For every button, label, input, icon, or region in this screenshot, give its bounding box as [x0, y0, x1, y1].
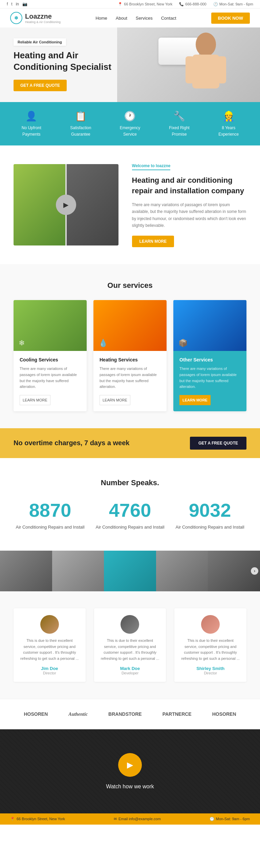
- satisfaction-icon: 📋: [56, 111, 106, 122]
- fixed-right-icon: 🔧: [155, 111, 204, 122]
- services-title: Our services: [14, 281, 246, 290]
- partner-name-4: HOSOREN: [212, 711, 236, 717]
- testimonial-name-0: Jim Doe: [20, 666, 79, 671]
- testimonial-text-1: This is due to their excellent service, …: [101, 638, 159, 662]
- testimonial-role-1: Developer: [101, 671, 159, 675]
- nav-about[interactable]: About: [116, 16, 127, 21]
- services-section: Our services ❄ Cooling Services There ar…: [0, 264, 260, 428]
- number-label-1: Air Conditioning Repairs and Install: [93, 524, 167, 531]
- get-quote-button[interactable]: GET A FREE QUOTE: [14, 80, 67, 91]
- address-info: 📍 66 Brooklyn Street, New York: [118, 2, 172, 6]
- cooling-icon: ❄: [19, 339, 25, 348]
- social-instagram[interactable]: 📷: [22, 2, 27, 6]
- social-linkedin[interactable]: in: [16, 2, 19, 6]
- testimonial-text-0: This is due to their excellent service, …: [20, 638, 79, 662]
- service-body-heating: Heating Services There are many variatio…: [93, 351, 167, 411]
- services-grid: ❄ Cooling Services There are many variat…: [14, 300, 246, 411]
- cta-banner: No overtime charges, 7 days a week GET A…: [0, 428, 260, 458]
- feature-experience-label: 8 YearsExperience: [218, 125, 239, 137]
- feature-fixed-right: 🔧 Fixed RightPromise: [155, 111, 204, 137]
- logo-name: Loazzne: [25, 13, 52, 20]
- other-learn-more-button[interactable]: LEARN MORE: [179, 395, 211, 405]
- service-text-cooling: There are many variations of passages of…: [20, 366, 81, 390]
- cta-free-quote-button[interactable]: GET A FREE QUOTE: [190, 437, 246, 450]
- service-body-other: Other Services There are many variations…: [173, 351, 246, 411]
- gallery-next-button[interactable]: ›: [251, 567, 258, 575]
- book-now-button[interactable]: BOOK NOW: [211, 13, 250, 24]
- svg-rect-2: [186, 56, 194, 83]
- logo[interactable]: ❄ Loazzne Heating & Air Conditioning: [10, 12, 61, 24]
- testimonial-name-2: Shirley Smith: [181, 666, 240, 671]
- play-button-overlay[interactable]: ▶: [56, 195, 76, 215]
- social-twitter[interactable]: t: [11, 2, 12, 6]
- testimonial-card-0: This is due to their excellent service, …: [14, 608, 86, 682]
- hero-title: Heating and Air Conditioning Specialist: [14, 50, 118, 73]
- cooling-learn-more-button[interactable]: LEARN MORE: [20, 395, 50, 405]
- heating-learn-more-button[interactable]: LEARN MORE: [100, 395, 130, 405]
- hero-content: Reliable Air Conditioning Heating and Ai…: [14, 38, 118, 91]
- heating-icon: 💧: [99, 339, 108, 348]
- testimonial-card-1: This is due to their excellent service, …: [94, 608, 166, 682]
- gallery-item-1: [0, 551, 52, 591]
- nav-services[interactable]: Services: [136, 16, 153, 21]
- number-value-2: 9032: [173, 501, 246, 520]
- feature-emergency: 🕐 EmergencyService: [105, 111, 155, 137]
- footer-address: 📍 66 Brooklyn Street, New York: [10, 817, 65, 821]
- number-item-0: 8870 Air Conditioning Repairs and Instal…: [14, 501, 87, 531]
- testimonial-role-2: Director: [181, 671, 240, 675]
- partner-name-1: Authentic: [68, 712, 88, 717]
- testimonial-text-2: This is due to their excellent service, …: [181, 638, 240, 662]
- number-label-2: Air Conditioning Repairs and Install: [173, 524, 246, 531]
- footer-email[interactable]: ✉ Email info@example.com: [114, 817, 161, 821]
- partner-3: PARTNERCE: [162, 711, 192, 717]
- number-label-0: Air Conditioning Repairs and Install: [14, 524, 87, 531]
- nav-contact[interactable]: Contact: [161, 16, 176, 21]
- about-tag: Welcome to loazzne: [132, 163, 171, 170]
- social-links[interactable]: f t in 📷: [7, 2, 27, 6]
- social-facebook[interactable]: f: [7, 2, 8, 6]
- testimonial-avatar-2: [201, 615, 220, 634]
- testimonial-avatar-1: [121, 615, 139, 634]
- nav-menu: Home About Services Contact: [95, 15, 176, 21]
- testimonial-avatar-0: [40, 615, 59, 634]
- service-body-cooling: Cooling Services There are many variatio…: [14, 351, 87, 411]
- video-play-button[interactable]: ▶: [118, 753, 142, 777]
- numbers-section: Number Speaks. 8870 Air Conditioning Rep…: [0, 458, 260, 551]
- number-value-0: 8870: [14, 501, 87, 520]
- partner-name-3: PARTNERCE: [162, 711, 192, 717]
- number-value-1: 4760: [93, 501, 167, 520]
- clock-icon: 🕐: [213, 2, 218, 6]
- testimonials-section: This is due to their excellent service, …: [0, 591, 260, 698]
- footer-location-icon: 📍: [10, 817, 15, 821]
- svg-point-0: [196, 33, 216, 56]
- partner-4: HOSOREN: [212, 711, 236, 717]
- logo-text-group: Loazzne Heating & Air Conditioning: [25, 13, 61, 24]
- emergency-icon: 🕐: [105, 111, 155, 122]
- service-title-heating: Heating Services: [100, 357, 160, 362]
- feature-no-upfront-label: No UpfrontPayments: [22, 125, 41, 137]
- contact-info: 📍 66 Brooklyn Street, New York 📞 666-888…: [118, 2, 253, 6]
- nav-home[interactable]: Home: [95, 16, 107, 21]
- phone-info[interactable]: 📞 666-888-000: [179, 2, 206, 6]
- gallery-item-2: [52, 551, 104, 591]
- hero-badge: Reliable Air Conditioning: [14, 38, 66, 46]
- phone-icon: 📞: [179, 2, 184, 6]
- hero-person: [172, 27, 240, 102]
- testimonial-name-1: Mark Doe: [101, 666, 159, 671]
- about-section: ▶ Welcome to loazzne Heating and air con…: [0, 145, 260, 264]
- service-card-cooling: ❄ Cooling Services There are many variat…: [14, 300, 87, 411]
- video-label: Watch how we work: [14, 784, 246, 790]
- numbers-title: Number Speaks.: [14, 478, 246, 487]
- svg-rect-1: [192, 55, 219, 88]
- service-text-other: There are many variations of passages of…: [179, 366, 240, 390]
- features-bar: 👤 No UpfrontPayments 📋 SatisfactionGuara…: [0, 102, 260, 145]
- footer-bar: 📍 66 Brooklyn Street, New York ✉ Email i…: [0, 813, 260, 825]
- partner-0: HOSOREN: [24, 711, 48, 717]
- hero-section: Reliable Air Conditioning Heating and Ai…: [0, 27, 260, 102]
- other-services-icon: 📦: [178, 339, 188, 348]
- service-img-heating: 💧: [93, 300, 167, 351]
- about-content: Welcome to loazzne Heating and air condi…: [132, 162, 246, 247]
- service-title-cooling: Cooling Services: [20, 357, 81, 362]
- testimonials-grid: This is due to their excellent service, …: [14, 608, 246, 682]
- learn-more-button[interactable]: LEARN MORE: [132, 236, 174, 247]
